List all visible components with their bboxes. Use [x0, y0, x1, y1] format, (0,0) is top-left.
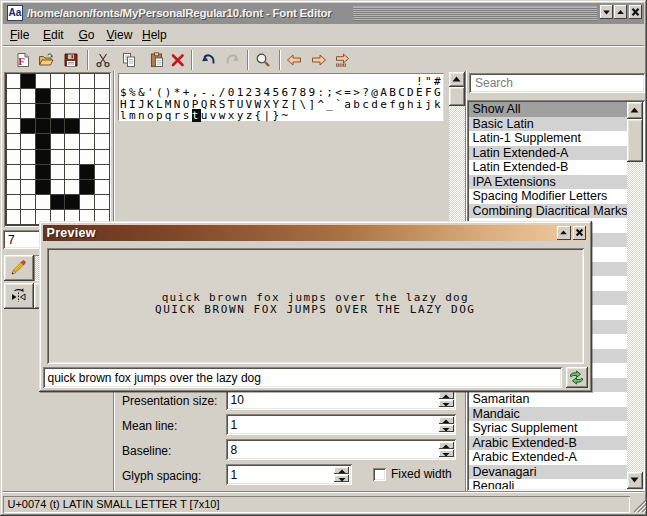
new-font-button[interactable]: F — [13, 50, 33, 70]
copy-button[interactable] — [119, 50, 139, 70]
baseline-input[interactable]: 8 — [226, 439, 457, 460]
block-list-item[interactable]: Arabic Extended-A — [469, 450, 627, 465]
preview-rollup-button[interactable] — [557, 226, 571, 240]
glyph-cell-r2c1[interactable] — [21, 104, 35, 118]
glyph-cell-r6c5[interactable] — [80, 165, 94, 179]
block-list-item[interactable]: Basic Latin — [469, 117, 627, 132]
menu-item-edit[interactable]: Edit — [41, 27, 66, 44]
glyph-cell-r6c6[interactable] — [95, 165, 109, 179]
glyph-cell-r3c2[interactable] — [36, 119, 50, 133]
block-list-item[interactable]: IPA Extensions — [469, 175, 627, 190]
form-spinner-3[interactable] — [334, 467, 349, 483]
glyph-cell-r9c1[interactable] — [21, 210, 35, 224]
glyph-cell-r8c3[interactable] — [51, 195, 65, 209]
glyph-cell-r4c3[interactable] — [51, 134, 65, 148]
spin-up-button[interactable] — [439, 417, 454, 425]
glyph-cell-r4c1[interactable] — [21, 134, 35, 148]
glyph-cell-r4c4[interactable] — [65, 134, 79, 148]
glyph-cell-r5c6[interactable] — [95, 150, 109, 164]
undo-button[interactable] — [198, 50, 218, 70]
block-list-item[interactable]: Arabic Extended-B — [469, 436, 627, 451]
glyph-cell-r0c3[interactable] — [51, 74, 65, 88]
glyph-cell-r4c0[interactable] — [7, 134, 21, 148]
glyph-cell-r7c3[interactable] — [51, 180, 65, 194]
block-list-item[interactable]: Latin Extended-B — [469, 160, 627, 175]
cut-button[interactable] — [93, 50, 113, 70]
glyph-cell-r7c0[interactable] — [7, 180, 21, 194]
block-list-item[interactable]: Show All — [469, 102, 627, 117]
glyph-cell-r1c0[interactable] — [7, 89, 21, 103]
glyph-cell-r6c2[interactable] — [36, 165, 50, 179]
app-icon[interactable]: Aa — [7, 5, 23, 21]
close-button[interactable] — [629, 5, 642, 19]
glyph-cell-r2c4[interactable] — [65, 104, 79, 118]
glyph-cell-r2c0[interactable] — [7, 104, 21, 118]
glyph-cell-r6c3[interactable] — [51, 165, 65, 179]
glyph-cell-r3c6[interactable] — [95, 119, 109, 133]
glyph-cell-r2c2[interactable] — [36, 104, 50, 118]
preview-dialog-titlebar[interactable]: Preview — [43, 225, 589, 242]
goto-glyph-button[interactable] — [332, 50, 352, 70]
fixed-width-checkbox[interactable] — [373, 468, 387, 482]
menu-item-help[interactable]: Help — [140, 27, 169, 44]
spin-down-button[interactable] — [439, 450, 454, 458]
glyph-cell-r6c1[interactable] — [21, 165, 35, 179]
minimize-button[interactable] — [600, 5, 613, 19]
glyph-cell-r2c3[interactable] — [51, 104, 65, 118]
menu-item-view[interactable]: View — [105, 27, 135, 44]
glyph-cell-r8c2[interactable] — [36, 195, 50, 209]
glyph-cell-r0c2[interactable] — [36, 74, 50, 88]
preview-refresh-button[interactable] — [566, 367, 588, 388]
charmap-scroll-up-button[interactable] — [449, 72, 465, 87]
block-list-scroll-down-button[interactable] — [627, 472, 643, 489]
block-list-scrollbar-thumb[interactable] — [627, 119, 643, 162]
glyph-spacing-input[interactable]: 1 — [226, 464, 352, 485]
form-spinner-1[interactable] — [439, 417, 454, 433]
preview-text-input[interactable]: quick brown fox jumps over the lazy dog — [43, 367, 562, 388]
glyph-cell-r2c5[interactable] — [80, 104, 94, 118]
spin-up-button[interactable] — [439, 442, 454, 450]
glyph-cell-r6c0[interactable] — [7, 165, 21, 179]
titlebar-grip-texture[interactable] — [353, 6, 597, 21]
block-list-item[interactable]: Latin-1 Supplement — [469, 131, 627, 146]
block-list-item[interactable]: Bengali — [469, 479, 627, 489]
glyph-cell-r7c6[interactable] — [95, 180, 109, 194]
charmap-scrollbar-thumb[interactable] — [449, 87, 465, 106]
mean-line-input[interactable]: 1 — [226, 414, 457, 435]
glyph-cell-r4c2[interactable] — [36, 134, 50, 148]
glyph-cell-r0c6[interactable] — [95, 74, 109, 88]
pencil-tool-button[interactable] — [4, 255, 34, 281]
glyph-cell-r3c0[interactable] — [7, 119, 21, 133]
glyph-cell-r2c6[interactable] — [95, 104, 109, 118]
glyph-cell-r8c6[interactable] — [95, 195, 109, 209]
glyph-cell-r1c5[interactable] — [80, 89, 94, 103]
menu-item-file[interactable]: File — [8, 27, 31, 44]
glyph-cell-r1c3[interactable] — [51, 89, 65, 103]
glyph-pixel-grid[interactable] — [4, 72, 111, 227]
character-map[interactable]: !"#$%&'()*+,-./0123456789:;<=>?@ABCDEFGH… — [118, 73, 445, 121]
preview-close-button[interactable] — [573, 226, 587, 240]
glyph-cell-r0c1[interactable] — [21, 74, 35, 88]
glyph-cell-r7c2[interactable] — [36, 180, 50, 194]
find-button[interactable] — [253, 50, 273, 70]
glyph-cell-r3c3[interactable] — [51, 119, 65, 133]
glyph-cell-r8c5[interactable] — [80, 195, 94, 209]
glyph-cell-r5c4[interactable] — [65, 150, 79, 164]
glyph-cell-r8c0[interactable] — [7, 195, 21, 209]
glyph-cell-r4c6[interactable] — [95, 134, 109, 148]
glyph-cell-r3c5[interactable] — [80, 119, 94, 133]
block-list-item[interactable]: Samaritan — [469, 392, 627, 407]
spin-up-button[interactable] — [439, 392, 454, 400]
presentation-size-input[interactable]: 10 — [226, 389, 457, 410]
glyph-cell-r0c5[interactable] — [80, 74, 94, 88]
resize-grip[interactable] — [633, 500, 646, 513]
redo-button[interactable] — [223, 50, 243, 70]
save-font-button[interactable] — [61, 50, 81, 70]
search-input[interactable]: Search — [469, 73, 645, 94]
glyph-pixel-cells[interactable] — [7, 74, 109, 224]
form-spinner-2[interactable] — [439, 442, 454, 458]
maximize-button[interactable] — [614, 5, 627, 19]
charmap-selected-char[interactable]: t — [192, 109, 201, 122]
glyph-cell-r0c4[interactable] — [65, 74, 79, 88]
menu-item-go[interactable]: Go — [77, 27, 97, 44]
